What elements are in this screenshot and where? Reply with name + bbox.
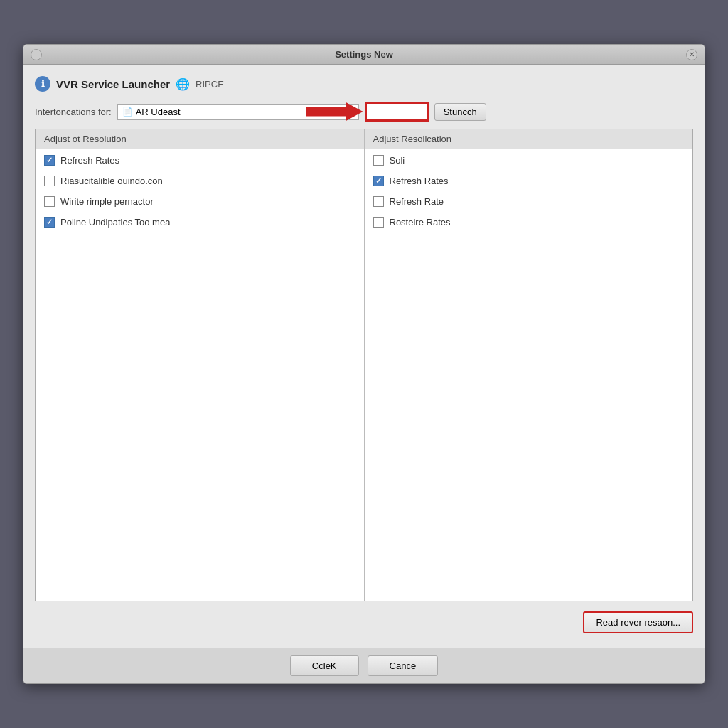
right-checkbox-0[interactable]: [373, 155, 384, 166]
left-item-1: Riasucitalible ouindo.con: [44, 176, 355, 186]
left-item-3: Poline Undipaties Too mea: [44, 217, 355, 228]
input-label: Intertoncations for:: [35, 107, 112, 117]
left-item-label-1: Riasucitalible ouindo.con: [60, 176, 163, 186]
left-item-label-2: Wirite rimple pernactor: [60, 196, 154, 207]
right-item-label-1: Refresh Rates: [390, 176, 449, 186]
columns-area: Adjust ot Resolution Adjust Resolication…: [35, 129, 693, 601]
left-column: Refresh RatesRiasucitalible ouindo.conWi…: [36, 149, 365, 601]
right-column: SoliRefresh RatesRefresh RateRosteire Ra…: [365, 149, 693, 601]
input-row: Intertoncations for: 📄 Stuncch: [35, 102, 693, 122]
right-item-label-2: Refresh Rate: [390, 196, 444, 207]
footer-bar: CcleK Cance: [23, 648, 705, 683]
right-item-2: Refresh Rate: [373, 196, 685, 207]
globe-icon: 🌐: [176, 77, 190, 91]
left-checkbox-0[interactable]: [44, 155, 55, 166]
title-bar: Settings New ✕: [23, 45, 705, 65]
close-button-right[interactable]: ✕: [686, 49, 697, 60]
right-item-3: Rosteire Rates: [373, 217, 685, 228]
left-checkbox-1[interactable]: [44, 176, 55, 186]
right-checkbox-3[interactable]: [373, 217, 384, 228]
columns-header: Adjust ot Resolution Adjust Resolication: [36, 129, 692, 149]
ok-button[interactable]: CcleK: [290, 655, 359, 676]
window-title: Settings New: [335, 49, 393, 60]
left-checkbox-2[interactable]: [44, 196, 55, 207]
right-item-0: Soli: [373, 155, 685, 166]
columns-content: Refresh RatesRiasucitalible ouindo.conWi…: [36, 149, 692, 601]
cancel-button[interactable]: Cance: [368, 655, 439, 676]
app-title: VVR Service Launcher: [56, 78, 170, 90]
doc-icon: 📄: [122, 107, 133, 117]
search-button[interactable]: Stuncch: [434, 103, 486, 121]
left-item-2: Wirite rimple pernactor: [44, 196, 355, 207]
left-item-0: Refresh Rates: [44, 155, 355, 166]
read-button-row: Read rever resaon...: [35, 609, 693, 636]
right-item-1: Refresh Rates: [373, 176, 685, 186]
right-item-label-0: Soli: [390, 155, 405, 166]
read-button[interactable]: Read rever resaon...: [583, 611, 693, 633]
left-item-label-0: Refresh Rates: [60, 155, 119, 166]
highlight-box: [365, 102, 429, 122]
right-checkbox-2[interactable]: [373, 196, 384, 207]
close-button-left[interactable]: [31, 49, 42, 60]
info-icon: ℹ: [35, 76, 50, 92]
left-checkbox-3[interactable]: [44, 217, 55, 228]
ripce-badge: RIPCE: [196, 79, 224, 90]
left-item-label-3: Poline Undipaties Too mea: [60, 217, 170, 228]
settings-dialog: Settings New ✕ ℹ VVR Service Launcher 🌐 …: [23, 44, 705, 684]
right-col-header: Adjust Resolication: [365, 129, 693, 149]
dialog-body: ℹ VVR Service Launcher 🌐 RIPCE Intertonc…: [23, 65, 705, 648]
right-checkbox-1[interactable]: [373, 176, 384, 186]
right-item-label-3: Rosteire Rates: [390, 217, 451, 228]
left-col-header: Adjust ot Resolution: [36, 129, 365, 149]
app-header: ℹ VVR Service Launcher 🌐 RIPCE: [35, 76, 693, 92]
